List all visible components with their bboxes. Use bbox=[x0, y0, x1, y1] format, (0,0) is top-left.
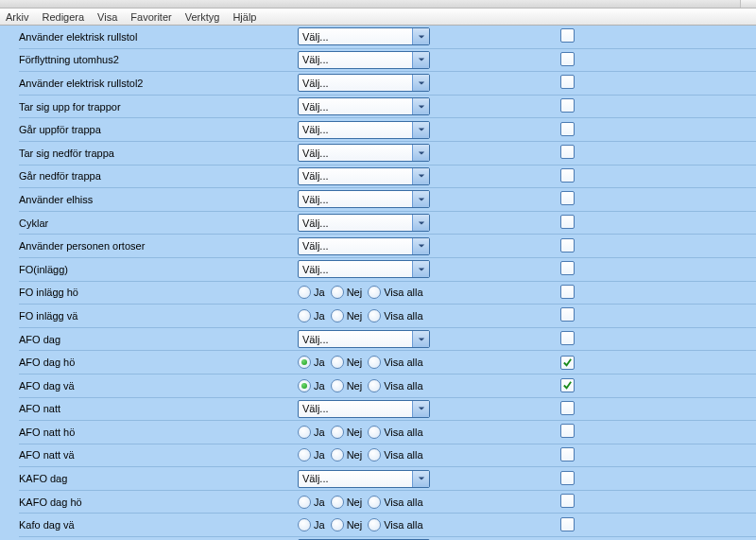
radio-visa-alla[interactable] bbox=[368, 448, 381, 462]
dropdown[interactable]: Välj... bbox=[298, 470, 430, 488]
row-checkbox-cell bbox=[543, 424, 581, 440]
radio-ja[interactable] bbox=[298, 448, 311, 462]
radio-visa-alla[interactable] bbox=[368, 496, 381, 509]
row-label: AFO dag bbox=[19, 334, 298, 345]
menu-visa[interactable]: Visa bbox=[97, 11, 117, 23]
row-label: Går nedför trappa bbox=[19, 170, 298, 182]
dropdown[interactable]: Välj... bbox=[298, 51, 430, 69]
chevron-down-icon bbox=[412, 52, 429, 68]
row-control: Välj... bbox=[298, 144, 543, 162]
radio-nej[interactable] bbox=[331, 379, 344, 392]
row-label: Använder elektrisk rullstol bbox=[19, 31, 298, 43]
checkbox[interactable] bbox=[560, 98, 575, 113]
checkbox[interactable] bbox=[560, 378, 575, 392]
radio-visa-alla[interactable] bbox=[368, 518, 381, 531]
dropdown[interactable]: Välj... bbox=[298, 400, 430, 418]
checkbox[interactable] bbox=[560, 356, 575, 370]
radio-label-nej: Nej bbox=[347, 310, 363, 322]
menu-verktyg[interactable]: Verktyg bbox=[185, 11, 220, 23]
radio-nej[interactable] bbox=[331, 426, 344, 439]
row-control: Välj... bbox=[298, 97, 543, 115]
row-control: Ja Nej Visa alla bbox=[298, 426, 543, 439]
radio-ja[interactable] bbox=[298, 356, 311, 369]
radio-ja[interactable] bbox=[298, 426, 311, 439]
checkbox[interactable] bbox=[560, 261, 575, 275]
radio-visa-alla[interactable] bbox=[368, 426, 381, 439]
checkbox[interactable] bbox=[560, 191, 575, 205]
scrollbar-up-button[interactable] bbox=[740, 0, 756, 8]
checkbox[interactable] bbox=[560, 238, 575, 253]
dropdown[interactable]: Välj... bbox=[298, 121, 430, 139]
row-checkbox-cell bbox=[543, 378, 581, 392]
radio-ja[interactable] bbox=[298, 309, 311, 322]
table-row: Går nedför trappa Välj... bbox=[19, 165, 756, 189]
radio-ja[interactable] bbox=[298, 379, 311, 392]
menu-hjalp[interactable]: Hjälp bbox=[232, 11, 256, 23]
radio-visa-alla[interactable] bbox=[368, 309, 381, 322]
menu-arkiv[interactable]: Arkiv bbox=[6, 11, 28, 23]
dropdown[interactable]: Välj... bbox=[298, 144, 430, 162]
table-row: AFO natt hö Ja Nej Visa alla bbox=[19, 421, 756, 444]
row-label: Förflyttning utomhus2 bbox=[19, 54, 298, 65]
row-checkbox-cell bbox=[543, 356, 581, 370]
row-checkbox-cell bbox=[543, 191, 581, 207]
table-row: Cyklar Välj... bbox=[19, 212, 756, 235]
checkbox[interactable] bbox=[560, 122, 575, 136]
checkbox[interactable] bbox=[560, 28, 575, 43]
dropdown[interactable]: Välj... bbox=[298, 190, 430, 208]
radio-ja[interactable] bbox=[298, 286, 311, 299]
checkbox[interactable] bbox=[560, 331, 575, 345]
radio-visa-alla[interactable] bbox=[368, 379, 381, 392]
checkbox[interactable] bbox=[560, 424, 575, 438]
radio-label-ja: Ja bbox=[314, 519, 325, 531]
radio-visa-alla[interactable] bbox=[368, 286, 381, 299]
checkbox[interactable] bbox=[560, 215, 575, 229]
menu-redigera[interactable]: Redigera bbox=[42, 11, 84, 23]
menu-favoriter[interactable]: Favoriter bbox=[130, 11, 171, 23]
checkbox[interactable] bbox=[560, 52, 575, 66]
checkbox[interactable] bbox=[560, 307, 575, 322]
row-label: KAFO dag bbox=[19, 473, 298, 484]
checkbox[interactable] bbox=[560, 145, 575, 159]
radio-ja[interactable] bbox=[298, 518, 311, 531]
checkbox[interactable] bbox=[560, 285, 575, 299]
dropdown[interactable]: Välj... bbox=[298, 214, 430, 232]
checkbox[interactable] bbox=[560, 494, 575, 508]
radio-label-ja: Ja bbox=[314, 496, 325, 508]
row-checkbox-cell bbox=[543, 517, 581, 533]
checkbox[interactable] bbox=[560, 75, 575, 89]
dropdown[interactable]: Välj... bbox=[298, 97, 430, 115]
radio-ja[interactable] bbox=[298, 496, 311, 509]
checkbox[interactable] bbox=[560, 517, 575, 531]
radio-nej[interactable] bbox=[331, 518, 344, 531]
radio-label-ja: Ja bbox=[314, 427, 325, 438]
chevron-down-icon bbox=[412, 331, 429, 347]
checkbox[interactable] bbox=[560, 447, 575, 462]
dropdown[interactable]: Välj... bbox=[298, 167, 430, 185]
dropdown-value: Välj... bbox=[299, 240, 412, 252]
dropdown[interactable]: Välj... bbox=[298, 260, 430, 278]
row-control: Välj... bbox=[298, 190, 543, 208]
radio-label-ja: Ja bbox=[314, 449, 325, 461]
table-row: Tar sig upp for trappor Välj... bbox=[19, 96, 756, 119]
row-control: Välj... bbox=[298, 470, 543, 488]
radio-visa-alla[interactable] bbox=[368, 356, 381, 369]
checkbox[interactable] bbox=[560, 471, 575, 485]
dropdown[interactable]: Välj... bbox=[298, 74, 430, 92]
radio-group: Ja Nej Visa alla bbox=[298, 518, 423, 531]
row-label: AFO natt vä bbox=[19, 449, 298, 461]
row-checkbox-cell bbox=[543, 471, 581, 487]
radio-nej[interactable] bbox=[331, 448, 344, 462]
radio-nej[interactable] bbox=[331, 286, 344, 299]
dropdown[interactable]: Välj... bbox=[298, 27, 430, 45]
radio-label-ja: Ja bbox=[314, 380, 325, 392]
dropdown[interactable]: Välj... bbox=[298, 330, 430, 348]
checkbox[interactable] bbox=[560, 168, 575, 183]
row-control: Välj... bbox=[298, 214, 543, 232]
radio-nej[interactable] bbox=[331, 356, 344, 369]
checkbox[interactable] bbox=[560, 401, 575, 415]
radio-nej[interactable] bbox=[331, 309, 344, 322]
dropdown[interactable]: Välj... bbox=[298, 237, 430, 255]
radio-nej[interactable] bbox=[331, 496, 344, 509]
dropdown-value: Välj... bbox=[299, 473, 412, 484]
